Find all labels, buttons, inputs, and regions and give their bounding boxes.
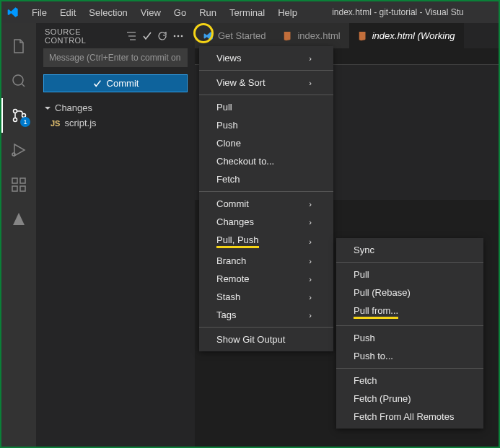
menu-clone[interactable]: Clone	[199, 134, 333, 152]
menu-commit-sub[interactable]: Commit›	[199, 195, 333, 213]
commit-icon[interactable]	[139, 28, 155, 44]
vscode-icon	[203, 31, 214, 41]
menu-run[interactable]: Run	[193, 4, 222, 21]
refresh-icon[interactable]	[155, 28, 171, 44]
svg-point-9	[174, 35, 176, 37]
view-as-tree-icon[interactable]	[123, 28, 139, 44]
changes-section[interactable]: Changes	[36, 100, 195, 116]
azure-icon[interactable]	[1, 202, 36, 237]
titlebar: File Edit Selection View Go Run Terminal…	[1, 1, 499, 23]
menu-push[interactable]: Push	[199, 116, 333, 134]
tab-index-html-working[interactable]: index.html (Working	[349, 23, 464, 48]
submenu-fetch-all[interactable]: Fetch From All Remotes	[336, 408, 483, 426]
svg-rect-5	[12, 178, 17, 183]
menu-stash-sub[interactable]: Stash›	[199, 288, 333, 306]
menu-fetch[interactable]: Fetch	[199, 170, 333, 188]
svg-point-1	[14, 110, 17, 113]
menu-checkout[interactable]: Checkout to...	[199, 152, 333, 170]
menu-view-sort[interactable]: View & Sort›	[199, 74, 333, 92]
submenu-pull[interactable]: Pull	[336, 265, 483, 284]
menu-selection[interactable]: Selection	[83, 4, 133, 21]
svg-point-2	[14, 118, 17, 122]
file-name: script.js	[64, 118, 96, 128]
menu-edit[interactable]: Edit	[54, 4, 82, 21]
extensions-icon[interactable]	[1, 167, 36, 202]
menu-views[interactable]: Views›	[199, 49, 333, 67]
svg-point-11	[181, 35, 183, 37]
menu-view[interactable]: View	[135, 4, 167, 21]
menu-help[interactable]: Help	[272, 4, 303, 21]
tab-label: index.html (Working	[372, 30, 455, 41]
run-debug-icon[interactable]	[1, 133, 36, 167]
menu-tags-sub[interactable]: Tags›	[199, 306, 333, 324]
menu-changes-sub[interactable]: Changes›	[199, 213, 333, 231]
activity-bar: 1	[1, 23, 36, 447]
source-control-sidebar: SOURCE CONTROL Message (Ctrl+Enter to co…	[36, 23, 195, 447]
source-control-icon[interactable]: 1	[1, 98, 36, 133]
editor-tabs: Get Started index.html index.html (Worki…	[195, 23, 499, 48]
pull-push-submenu: Sync Pull Pull (Rebase) Pull from... Pus…	[336, 238, 483, 429]
submenu-push[interactable]: Push	[336, 329, 483, 347]
submenu-pull-from[interactable]: Pull from...	[336, 302, 483, 322]
submenu-sync[interactable]: Sync	[336, 241, 483, 259]
commit-button[interactable]: Commit	[43, 74, 188, 92]
svg-point-10	[177, 35, 180, 37]
svg-rect-7	[20, 186, 25, 191]
commit-message-input[interactable]: Message (Ctrl+Enter to commit on	[43, 48, 188, 67]
changed-file-row[interactable]: JS script.js	[36, 116, 195, 130]
vscode-icon	[7, 6, 19, 18]
menu-terminal[interactable]: Terminal	[224, 4, 271, 21]
more-actions-icon[interactable]	[170, 28, 186, 44]
js-file-icon: JS	[51, 119, 60, 128]
menu-show-git-output[interactable]: Show Git Output	[199, 330, 333, 348]
menu-pull[interactable]: Pull	[199, 98, 333, 116]
submenu-pull-rebase[interactable]: Pull (Rebase)	[336, 284, 483, 302]
tab-index-html[interactable]: index.html	[274, 23, 348, 48]
submenu-push-to[interactable]: Push to...	[336, 347, 483, 365]
submenu-fetch-prune[interactable]: Fetch (Prune)	[336, 390, 483, 408]
tab-label: Get Started	[218, 30, 266, 41]
menu-go[interactable]: Go	[168, 4, 192, 21]
svg-point-0	[13, 75, 23, 85]
menu-remote-sub[interactable]: Remote›	[199, 270, 333, 288]
submenu-fetch[interactable]: Fetch	[336, 372, 483, 390]
menu-bar: File Edit Selection View Go Run Terminal…	[26, 4, 303, 21]
explorer-icon[interactable]	[1, 29, 36, 63]
window-title: index.html - git-tutorial - Visual Stu	[303, 7, 493, 17]
menu-file[interactable]: File	[26, 4, 53, 21]
html-file-icon	[358, 31, 368, 41]
tab-label: index.html	[297, 30, 340, 41]
tab-get-started[interactable]: Get Started	[195, 23, 274, 48]
chevron-down-icon	[43, 104, 52, 113]
menu-branch-sub[interactable]: Branch›	[199, 252, 333, 270]
svg-rect-8	[20, 178, 25, 183]
menu-pull-push-sub[interactable]: Pull, Push›	[199, 231, 333, 252]
commit-button-label: Commit	[107, 78, 139, 89]
changes-label: Changes	[55, 102, 92, 113]
scm-more-menu: Views› View & Sort› Pull Push Clone Chec…	[199, 46, 333, 351]
svg-rect-6	[12, 186, 17, 191]
svg-point-4	[12, 153, 15, 156]
sidebar-title: SOURCE CONTROL	[45, 27, 123, 45]
scm-badge: 1	[20, 117, 30, 127]
search-icon[interactable]	[1, 63, 36, 98]
html-file-icon	[283, 31, 293, 41]
